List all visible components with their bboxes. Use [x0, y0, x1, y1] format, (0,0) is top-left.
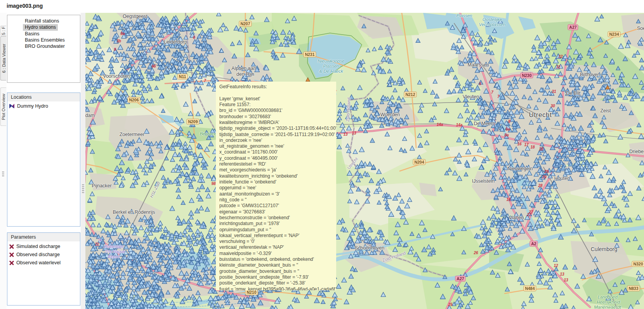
- layers-list-item[interactable]: BRO Groundwater: [23, 43, 67, 49]
- layers-list: Rainfall stationsHydro stationsBasinsBas…: [7, 15, 80, 83]
- parameter-item[interactable]: Observed waterlevel: [7, 260, 80, 266]
- parameter-item[interactable]: Simulated discharge: [7, 243, 80, 250]
- side-tab-label: 5 : F: [1, 26, 6, 35]
- window-title: image003.png: [7, 3, 43, 9]
- location-marker-icon: [9, 104, 15, 108]
- layers-list-item[interactable]: Hydro stations: [23, 24, 58, 30]
- parameters-panel: Parameters Simulated dischargeObserved d…: [7, 232, 80, 306]
- side-tab-6-data-viewer[interactable]: 6 : Data Viewer: [0, 36, 6, 80]
- layers-list-item[interactable]: Rainfall stations: [23, 18, 61, 24]
- left-tabstrip: 5 : F6 : Data ViewerPlot Overview: [0, 13, 7, 309]
- side-tab-plot-overview[interactable]: Plot Overview: [0, 87, 6, 126]
- tabstrip-grip[interactable]: [2, 171, 4, 177]
- map-viewport[interactable]: OegstgeestLeiderdorpVoorschotenAlphen aa…: [85, 13, 644, 309]
- map-shape: [419, 183, 437, 196]
- x-marker-icon: [9, 252, 14, 257]
- map-shape: [89, 173, 116, 190]
- parameters-header: Parameters: [7, 233, 80, 241]
- parameter-item-label: Observed waterlevel: [16, 260, 61, 265]
- panel-splitter[interactable]: [81, 13, 85, 309]
- side-tab-label: Plot Overview: [1, 94, 6, 120]
- parameter-item[interactable]: Observed discharge: [7, 251, 80, 258]
- parameter-item-label: Observed discharge: [16, 252, 60, 257]
- parameter-item-label: Simulated discharge: [16, 244, 60, 249]
- locations-header: Locations: [7, 93, 80, 101]
- location-item-label: Dummy Hydro: [17, 103, 48, 109]
- layers-list-item[interactable]: Basins Ensembles: [23, 37, 67, 43]
- side-tab-label: 6 : Data Viewer: [1, 44, 6, 73]
- locations-panel: Locations Dummy Hydro: [7, 93, 80, 227]
- layers-list-item[interactable]: Basins: [23, 31, 42, 37]
- side-tab-5-f[interactable]: 5 : F: [0, 26, 6, 36]
- x-marker-icon: [9, 260, 14, 265]
- map-canvas[interactable]: [85, 13, 644, 309]
- location-item[interactable]: Dummy Hydro: [7, 103, 80, 109]
- x-marker-icon: [9, 244, 14, 249]
- splitter-grip[interactable]: [82, 184, 84, 194]
- window-titlebar: image003.png: [0, 0, 644, 13]
